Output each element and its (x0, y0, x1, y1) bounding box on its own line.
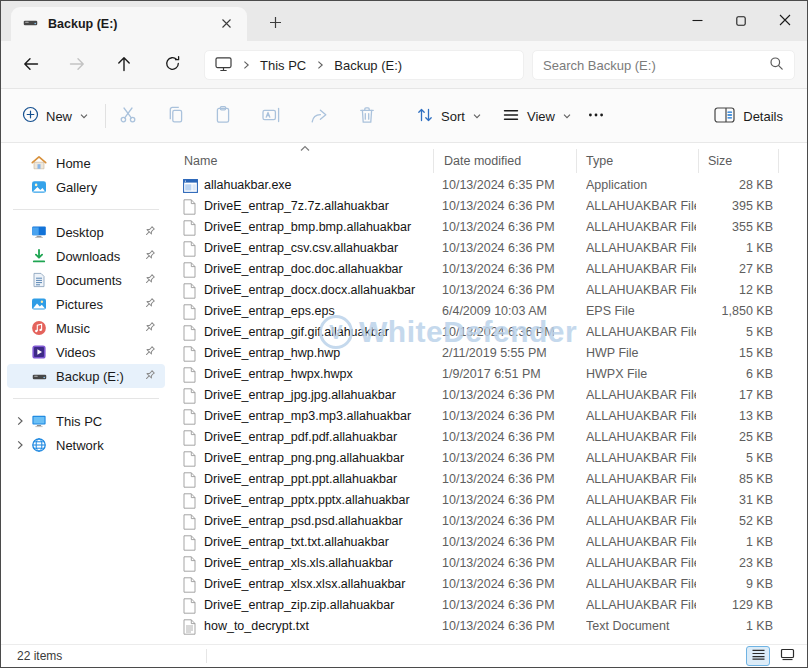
back-button[interactable] (15, 49, 47, 81)
column-divider[interactable] (576, 149, 577, 173)
table-row[interactable]: DriveE_entrap_mp3.mp3.allahuakbar10/13/2… (171, 406, 807, 427)
column-header-size[interactable]: Size (708, 153, 732, 169)
forward-button[interactable] (61, 49, 93, 81)
chevron-right-icon[interactable] (13, 414, 27, 428)
table-row[interactable]: DriveE_entrap_doc.doc.allahuakbar10/13/2… (171, 259, 807, 280)
file-name-cell[interactable]: DriveE_entrap_doc.doc.allahuakbar (204, 259, 430, 280)
file-name-cell[interactable]: DriveE_entrap_bmp.bmp.allahuakbar (204, 217, 430, 238)
sidebar-item-desktop[interactable]: Desktop (7, 220, 165, 244)
file-name-cell[interactable]: DriveE_entrap_xlsx.xlsx.allahuakbar (204, 574, 430, 595)
sidebar-item-home[interactable]: Home (7, 151, 165, 175)
table-row[interactable]: DriveE_entrap_xlsx.xlsx.allahuakbar10/13… (171, 574, 807, 595)
table-row[interactable]: DriveE_entrap_csv.csv.allahuakbar10/13/2… (171, 238, 807, 259)
table-row[interactable]: DriveE_entrap_psd.psd.allahuakbar10/13/2… (171, 511, 807, 532)
table-row[interactable]: DriveE_entrap_bmp.bmp.allahuakbar10/13/2… (171, 217, 807, 238)
file-name-cell[interactable]: DriveE_entrap_mp3.mp3.allahuakbar (204, 406, 430, 427)
table-row[interactable]: DriveE_entrap_jpg.jpg.allahuakbar10/13/2… (171, 385, 807, 406)
file-date-cell: 10/13/2024 6:36 PM (442, 427, 576, 448)
file-name-cell[interactable]: DriveE_entrap_hwpx.hwpx (204, 364, 430, 385)
file-name-cell[interactable]: DriveE_entrap_xls.xls.allahuakbar (204, 553, 430, 574)
column-divider[interactable] (698, 149, 699, 173)
file-name-cell[interactable]: DriveE_entrap_jpg.jpg.allahuakbar (204, 385, 430, 406)
column-header-type[interactable]: Type (586, 153, 613, 169)
table-row[interactable]: DriveE_entrap_png.png.allahuakbar10/13/2… (171, 448, 807, 469)
file-date-cell: 10/13/2024 6:36 PM (442, 406, 576, 427)
file-name-cell[interactable]: DriveE_entrap_zip.zip.allahuakbar (204, 595, 430, 616)
rename-button[interactable] (254, 99, 288, 133)
new-tab-button[interactable] (263, 12, 287, 36)
search-input[interactable] (543, 58, 769, 73)
more-options-button[interactable] (579, 99, 613, 133)
table-row[interactable]: allahuakbar.exe10/13/2024 6:35 PMApplica… (171, 175, 807, 196)
file-name-cell[interactable]: DriveE_entrap_gif.gif.allahuakbar (204, 322, 430, 343)
breadcrumb-this-pc[interactable]: This PC (260, 58, 306, 73)
sidebar-item-pictures[interactable]: Pictures (7, 292, 165, 316)
file-name-cell[interactable]: DriveE_entrap_csv.csv.allahuakbar (204, 238, 430, 259)
file-name-cell[interactable]: how_to_decrypt.txt (204, 616, 430, 637)
file-name-cell[interactable]: DriveE_entrap_png.png.allahuakbar (204, 448, 430, 469)
details-pane-button[interactable]: Details (704, 99, 793, 133)
breadcrumb-backup-e[interactable]: Backup (E:) (334, 58, 402, 73)
table-row[interactable]: DriveE_entrap_eps.eps6/4/2009 10:03 AMEP… (171, 301, 807, 322)
breadcrumb[interactable]: This PC Backup (E:) (204, 50, 524, 80)
file-date-cell: 10/13/2024 6:36 PM (442, 469, 576, 490)
table-row[interactable]: DriveE_entrap_ppt.ppt.allahuakbar10/13/2… (171, 469, 807, 490)
sidebar-item-backup-e[interactable]: Backup (E:) (7, 364, 165, 388)
view-button[interactable]: View (493, 99, 581, 133)
table-row[interactable]: DriveE_entrap_zip.zip.allahuakbar10/13/2… (171, 595, 807, 616)
tab-backup-e[interactable]: Backup (E:) (11, 7, 247, 41)
file-name-cell[interactable]: DriveE_entrap_7z.7z.allahuakbar (204, 196, 430, 217)
sidebar-item-network[interactable]: Network (7, 433, 165, 457)
tab-close-button[interactable] (215, 13, 237, 35)
table-row[interactable]: DriveE_entrap_7z.7z.allahuakbar10/13/202… (171, 196, 807, 217)
column-divider[interactable] (778, 149, 779, 173)
file-name-cell[interactable]: allahuakbar.exe (204, 175, 430, 196)
up-button[interactable] (108, 49, 140, 81)
file-name-cell[interactable]: DriveE_entrap_eps.eps (204, 301, 430, 322)
table-row[interactable]: how_to_decrypt.txt10/13/2024 6:36 PMText… (171, 616, 807, 637)
table-row[interactable]: DriveE_entrap_gif.gif.allahuakbar10/13/2… (171, 322, 807, 343)
file-name-cell[interactable]: DriveE_entrap_psd.psd.allahuakbar (204, 511, 430, 532)
sidebar-item-gallery[interactable]: Gallery (7, 175, 165, 199)
minimize-button[interactable] (675, 1, 719, 41)
file-name-cell[interactable]: DriveE_entrap_pptx.pptx.allahuakbar (204, 490, 430, 511)
sidebar-item-downloads[interactable]: Downloads (7, 244, 165, 268)
table-row[interactable]: DriveE_entrap_pptx.pptx.allahuakbar10/13… (171, 490, 807, 511)
column-header-name[interactable]: Name (184, 153, 217, 169)
details-view-toggle[interactable] (746, 646, 770, 666)
share-button[interactable] (302, 99, 336, 133)
file-date-cell: 10/13/2024 6:36 PM (442, 259, 576, 280)
copy-button[interactable] (159, 99, 193, 133)
maximize-button[interactable] (719, 1, 763, 41)
column-divider[interactable] (433, 149, 434, 173)
icons-view-toggle[interactable] (775, 646, 799, 666)
table-row[interactable]: DriveE_entrap_txt.txt.allahuakbar10/13/2… (171, 532, 807, 553)
table-row[interactable]: DriveE_entrap_pdf.pdf.allahuakbar10/13/2… (171, 427, 807, 448)
table-row[interactable]: DriveE_entrap_xls.xls.allahuakbar10/13/2… (171, 553, 807, 574)
sidebar-item-documents[interactable]: Documents (7, 268, 165, 292)
paste-button[interactable] (206, 99, 240, 133)
table-row[interactable]: DriveE_entrap_hwpx.hwpx1/9/2017 6:51 PMH… (171, 364, 807, 385)
file-name-cell[interactable]: DriveE_entrap_docx.docx.allahuakbar (204, 280, 430, 301)
file-name-cell[interactable]: DriveE_entrap_pdf.pdf.allahuakbar (204, 427, 430, 448)
column-header-date-modified[interactable]: Date modified (444, 153, 521, 169)
file-name-cell[interactable]: DriveE_entrap_txt.txt.allahuakbar (204, 532, 430, 553)
sidebar-item-videos[interactable]: Videos (7, 340, 165, 364)
refresh-button[interactable] (156, 49, 188, 81)
icons-view-icon (780, 648, 795, 664)
file-name-cell[interactable]: DriveE_entrap_ppt.ppt.allahuakbar (204, 469, 430, 490)
delete-button[interactable] (350, 99, 384, 133)
sidebar-item-this-pc[interactable]: This PC (7, 409, 165, 433)
file-name-cell[interactable]: DriveE_entrap_hwp.hwp (204, 343, 430, 364)
chevron-down-icon (472, 109, 482, 124)
file-type-cell: HWP File (586, 343, 696, 364)
sidebar-item-music[interactable]: Music (7, 316, 165, 340)
close-icon (779, 14, 791, 29)
cut-button[interactable] (111, 99, 145, 133)
new-button[interactable]: New (13, 99, 98, 133)
close-button[interactable] (763, 1, 807, 41)
table-row[interactable]: DriveE_entrap_docx.docx.allahuakbar10/13… (171, 280, 807, 301)
table-row[interactable]: DriveE_entrap_hwp.hwp2/11/2019 5:55 PMHW… (171, 343, 807, 364)
chevron-right-icon[interactable] (13, 438, 27, 452)
sort-button[interactable]: Sort (407, 99, 491, 133)
